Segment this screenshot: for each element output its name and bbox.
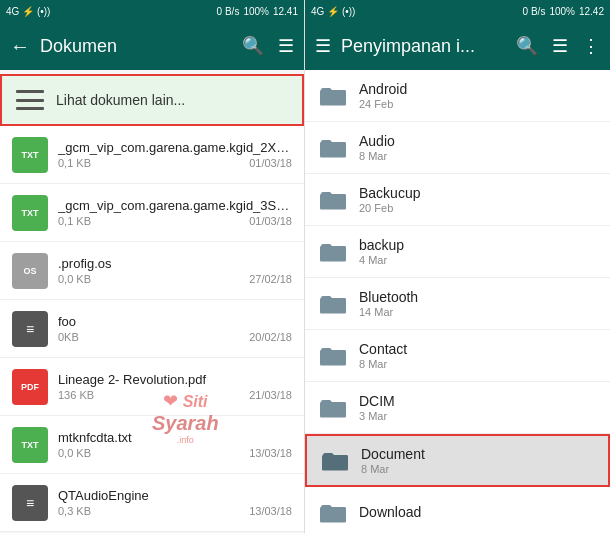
left-file-list: Lihat dokumen lain... TXT _gcm_vip_com.g… [0, 70, 304, 533]
file-meta: 0,0 KB 13/03/18 [58, 447, 292, 459]
file-size: 136 KB [58, 389, 94, 401]
folder-name: DCIM [359, 393, 596, 409]
file-size: 0,0 KB [58, 273, 91, 285]
right-status-left: 4G ⚡ (•)) [311, 6, 355, 17]
right-time: 12.42 [579, 6, 604, 17]
file-name: QTAudioEngine [58, 488, 292, 503]
folder-date: 20 Feb [359, 202, 596, 214]
list-item[interactable]: TXT _gcm_vip_com.garena.game.kgid_2XgSdk… [0, 126, 304, 184]
folder-date: 24 Feb [359, 98, 596, 110]
list-item[interactable]: Download [305, 487, 610, 533]
folder-name: Audio [359, 133, 596, 149]
left-battery: 100% [243, 6, 269, 17]
file-name: Lineage 2- Revolution.pdf [58, 372, 292, 387]
right-header: ☰ Penyimpanan i... 🔍 ☰ ⋮ [305, 22, 610, 70]
left-search-icon[interactable]: 🔍 [242, 35, 264, 57]
folder-icon [319, 241, 347, 263]
list-item[interactable]: DCIM 3 Mar [305, 382, 610, 434]
list-item[interactable]: OS .profig.os 0,0 KB 27/02/18 [0, 242, 304, 300]
right-filter-icon[interactable]: ☰ [552, 35, 568, 57]
file-date: 13/03/18 [249, 447, 292, 459]
folder-info: backup 4 Mar [359, 237, 596, 266]
list-item[interactable]: Contact 8 Mar [305, 330, 610, 382]
left-panel: 4G ⚡ (•)) 0 B/s 100% 12.41 ← Dokumen 🔍 ☰… [0, 0, 305, 533]
list-item[interactable]: ≡ QTAudioEngine 0,3 KB 13/03/18 [0, 474, 304, 532]
right-data-speed: 0 B/s [523, 6, 546, 17]
folder-icon [319, 397, 347, 419]
right-menu-icon[interactable]: ☰ [315, 35, 331, 57]
file-icon-doc: ≡ [12, 485, 48, 521]
folder-name: Document [361, 446, 594, 462]
file-date: 20/02/18 [249, 331, 292, 343]
folder-icon [319, 293, 347, 315]
right-panel: 4G ⚡ (•)) 0 B/s 100% 12.42 ☰ Penyimpanan… [305, 0, 610, 533]
view-other-label: Lihat dokumen lain... [56, 92, 185, 108]
file-name: mtknfcdta.txt [58, 430, 292, 445]
folder-info: Document 8 Mar [361, 446, 594, 475]
folder-name: Download [359, 504, 596, 520]
folder-icon [319, 345, 347, 367]
folder-name: Contact [359, 341, 596, 357]
file-meta: 0,0 KB 27/02/18 [58, 273, 292, 285]
list-item[interactable]: Backucup 20 Feb [305, 174, 610, 226]
folder-info: Contact 8 Mar [359, 341, 596, 370]
file-icon-os: OS [12, 253, 48, 289]
file-size: 0KB [58, 331, 79, 343]
file-icon-txt: TXT [12, 195, 48, 231]
list-item[interactable]: backup 4 Mar [305, 226, 610, 278]
view-other-icon [16, 90, 44, 110]
file-icon-txt: TXT [12, 427, 48, 463]
list-item[interactable]: TXT _gcm_vip_com.garena.game.kgid_3SdkSe… [0, 184, 304, 242]
folder-icon [319, 85, 347, 107]
file-name: _gcm_vip_com.garena.game.kgid_3SdkSen... [58, 198, 292, 213]
folder-info: Download [359, 504, 596, 521]
list-item[interactable]: TXT mtknfcdta.txt 0,0 KB 13/03/18 [0, 416, 304, 474]
file-size: 0,3 KB [58, 505, 91, 517]
file-name: _gcm_vip_com.garena.game.kgid_2XgSdkR... [58, 140, 292, 155]
folder-info: DCIM 3 Mar [359, 393, 596, 422]
left-filter-icon[interactable]: ☰ [278, 35, 294, 57]
list-item[interactable]: Bluetooth 14 Mar [305, 278, 610, 330]
file-info: .profig.os 0,0 KB 27/02/18 [58, 256, 292, 285]
right-folder-list: Android 24 Feb Audio 8 Mar Backucup 20 F… [305, 70, 610, 533]
list-item[interactable]: PDF Lineage 2- Revolution.pdf 136 KB 21/… [0, 358, 304, 416]
file-date: 27/02/18 [249, 273, 292, 285]
left-status-left: 4G ⚡ (•)) [6, 6, 50, 17]
folder-name: Android [359, 81, 596, 97]
folder-date: 14 Mar [359, 306, 596, 318]
folder-info: Audio 8 Mar [359, 133, 596, 162]
list-item[interactable]: ≡ foo 0KB 20/02/18 [0, 300, 304, 358]
list-item[interactable]: Android 24 Feb [305, 70, 610, 122]
right-signal-icon: 4G ⚡ (•)) [311, 6, 355, 17]
folder-name: backup [359, 237, 596, 253]
file-meta: 0,1 KB 01/03/18 [58, 157, 292, 169]
right-status-bar: 4G ⚡ (•)) 0 B/s 100% 12.42 [305, 0, 610, 22]
left-header: ← Dokumen 🔍 ☰ [0, 22, 304, 70]
file-icon-doc: ≡ [12, 311, 48, 347]
file-date: 01/03/18 [249, 157, 292, 169]
file-meta: 136 KB 21/03/18 [58, 389, 292, 401]
right-more-icon[interactable]: ⋮ [582, 35, 600, 57]
left-signal-icon: 4G ⚡ (•)) [6, 6, 50, 17]
folder-info: Bluetooth 14 Mar [359, 289, 596, 318]
file-size: 0,0 KB [58, 447, 91, 459]
right-header-title: Penyimpanan i... [341, 36, 506, 57]
list-item[interactable]: Audio 8 Mar [305, 122, 610, 174]
folder-date: 8 Mar [359, 150, 596, 162]
file-info: Lineage 2- Revolution.pdf 136 KB 21/03/1… [58, 372, 292, 401]
right-header-icons: 🔍 ☰ ⋮ [516, 35, 600, 57]
folder-icon [319, 137, 347, 159]
folder-name: Bluetooth [359, 289, 596, 305]
file-size: 0,1 KB [58, 215, 91, 227]
file-date: 13/03/18 [249, 505, 292, 517]
folder-date: 4 Mar [359, 254, 596, 266]
list-item[interactable]: Document 8 Mar [305, 434, 610, 487]
back-button[interactable]: ← [10, 35, 30, 58]
left-time: 12.41 [273, 6, 298, 17]
file-info: _gcm_vip_com.garena.game.kgid_3SdkSen...… [58, 198, 292, 227]
right-status-right: 0 B/s 100% 12.42 [523, 6, 604, 17]
file-meta: 0KB 20/02/18 [58, 331, 292, 343]
view-other-item[interactable]: Lihat dokumen lain... [0, 74, 304, 126]
file-size: 0,1 KB [58, 157, 91, 169]
right-search-icon[interactable]: 🔍 [516, 35, 538, 57]
